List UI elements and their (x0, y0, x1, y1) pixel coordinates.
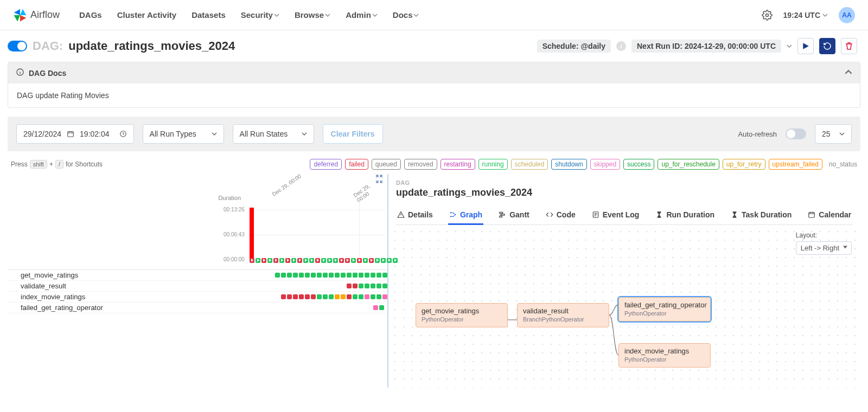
task-instance-cell[interactable] (335, 294, 340, 299)
status-chip-queued[interactable]: queued (372, 159, 401, 170)
dag-run-cell[interactable] (339, 258, 344, 263)
task-instance-cell[interactable] (311, 273, 316, 278)
task-instance-cell[interactable] (323, 294, 328, 299)
duration-bar[interactable] (250, 208, 254, 259)
nav-admin[interactable]: Admin (346, 10, 378, 20)
tab-task-duration[interactable]: Task Duration (730, 206, 793, 224)
dag-run-cell[interactable] (381, 258, 386, 263)
nav-datasets[interactable]: Datasets (192, 10, 226, 20)
status-chip-scheduled[interactable]: scheduled (511, 159, 548, 170)
schedule-pill[interactable]: Schedule: @daily (537, 40, 611, 53)
chevron-up-icon[interactable] (845, 68, 852, 78)
dag-run-cell[interactable] (303, 258, 308, 263)
task-instance-cell[interactable] (287, 273, 292, 278)
task-instance-cell[interactable] (281, 294, 286, 299)
task-instance-cell[interactable] (371, 284, 375, 288)
task-instance-cell[interactable] (353, 294, 358, 299)
dag-run-cell[interactable] (291, 258, 296, 263)
tab-calendar[interactable]: Calendar (807, 206, 852, 224)
graph-node-failed_get_rating_operator[interactable]: failed_get_rating_operatorPythonOperator (618, 297, 711, 321)
tab-graph[interactable]: Graph (448, 206, 483, 224)
tab-code[interactable]: Code (545, 206, 577, 224)
status-chip-upstream_failed[interactable]: upstream_failed (769, 159, 822, 170)
layout-select[interactable]: Left -> Right (796, 241, 852, 255)
nav-cluster-activity[interactable]: Cluster Activity (117, 10, 176, 20)
task-instance-cell[interactable] (299, 294, 304, 299)
status-chip-success[interactable]: success (623, 159, 654, 170)
dag-run-cell[interactable] (250, 258, 254, 263)
dag-enable-toggle[interactable] (8, 41, 27, 52)
dag-run-cell[interactable] (279, 258, 284, 263)
task-instance-cell[interactable] (365, 284, 369, 288)
autorefresh-toggle[interactable] (786, 128, 806, 139)
task-instance-cell[interactable] (365, 273, 369, 278)
gear-icon[interactable] (762, 10, 773, 21)
graph-canvas[interactable]: Layout: Left -> Right get_movie_ratingsP… (388, 225, 860, 388)
status-chip-up_for_retry[interactable]: up_for_retry (723, 159, 765, 170)
dag-run-cell[interactable] (297, 258, 302, 263)
task-instance-cell[interactable] (293, 273, 298, 278)
task-instance-cell[interactable] (341, 294, 346, 299)
dag-run-cell[interactable] (321, 258, 326, 263)
dag-run-cell[interactable] (273, 258, 278, 263)
graph-node-index_movie_ratings[interactable]: index_movie_ratingsPythonOperator (618, 343, 711, 368)
task-instance-cell[interactable] (371, 294, 375, 299)
task-instance-cell[interactable] (376, 273, 381, 278)
task-instance-cell[interactable] (365, 294, 369, 299)
delete-dag-button[interactable] (841, 38, 857, 54)
task-instance-cell[interactable] (305, 273, 310, 278)
refresh-button[interactable] (819, 38, 835, 54)
status-chip-failed[interactable]: failed (345, 159, 368, 170)
graph-node-get_movie_ratings[interactable]: get_movie_ratingsPythonOperator (416, 303, 508, 327)
dag-run-cell[interactable] (357, 258, 362, 263)
dag-docs-header[interactable]: DAG Docs (8, 62, 860, 83)
dag-run-cell[interactable] (363, 258, 368, 263)
task-instance-cell[interactable] (379, 305, 384, 310)
status-chip-removed[interactable]: removed (404, 159, 437, 170)
dag-run-cell[interactable] (333, 258, 338, 263)
dag-run-cell[interactable] (345, 258, 350, 263)
task-instance-cell[interactable] (329, 273, 334, 278)
tab-details[interactable]: Details (396, 206, 434, 224)
task-instance-cell[interactable] (317, 273, 322, 278)
task-instance-cell[interactable] (376, 294, 381, 299)
task-row[interactable]: get_movie_ratings (8, 270, 387, 281)
status-chip-restarting[interactable]: restarting (441, 159, 475, 170)
run-state-select[interactable]: All Run States (233, 124, 314, 144)
page-size-select[interactable]: 25 (815, 124, 852, 144)
task-row[interactable]: failed_get_rating_operator (8, 302, 387, 313)
dag-run-cell[interactable] (309, 258, 314, 263)
dag-run-cell[interactable] (267, 258, 272, 263)
status-chip-up_for_reschedule[interactable]: up_for_reschedule (658, 159, 719, 170)
task-instance-cell[interactable] (353, 273, 358, 278)
task-instance-cell[interactable] (305, 294, 310, 299)
task-instance-cell[interactable] (293, 294, 298, 299)
dag-run-cell[interactable] (351, 258, 356, 263)
task-row[interactable]: validate_result (8, 281, 387, 292)
status-chip-skipped[interactable]: skipped (590, 159, 620, 170)
tab-event-log[interactable]: Event Log (591, 206, 641, 224)
task-instance-cell[interactable] (299, 273, 304, 278)
task-instance-cell[interactable] (287, 294, 292, 299)
task-instance-cell[interactable] (347, 273, 352, 278)
task-instance-cell[interactable] (376, 284, 381, 288)
info-icon[interactable]: i (616, 41, 626, 51)
run-type-select[interactable]: All Run Types (143, 124, 224, 144)
task-instance-cell[interactable] (382, 294, 387, 299)
nav-browse[interactable]: Browse (295, 10, 330, 20)
clear-filters-button[interactable]: Clear Filters (323, 124, 383, 144)
dag-run-cell[interactable] (375, 258, 380, 263)
dag-run-cell[interactable] (369, 258, 374, 263)
status-chip-shutdown[interactable]: shutdown (551, 159, 586, 170)
task-instance-cell[interactable] (281, 273, 286, 278)
task-instance-cell[interactable] (382, 284, 387, 288)
dag-run-cell[interactable] (327, 258, 332, 263)
tab-run-duration[interactable]: Run Duration (654, 206, 716, 224)
next-run-pill[interactable]: Next Run ID: 2024-12-29, 00:00:00 UTC (631, 40, 781, 53)
task-instance-cell[interactable] (382, 273, 387, 278)
dag-run-cell[interactable] (285, 258, 290, 263)
tab-gantt[interactable]: Gantt (497, 206, 531, 224)
status-chip-deferred[interactable]: deferred (310, 159, 342, 170)
nav-security[interactable]: Security (241, 10, 279, 20)
task-instance-cell[interactable] (353, 284, 358, 288)
